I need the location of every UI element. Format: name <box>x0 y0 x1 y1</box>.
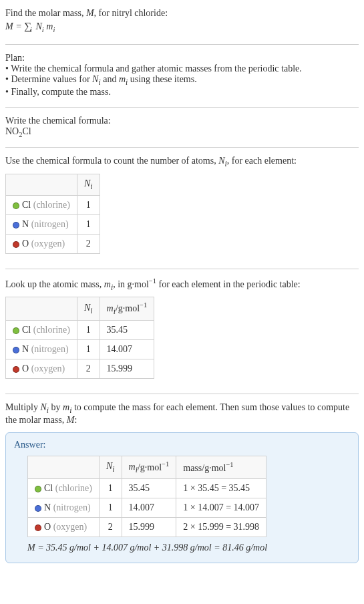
intro-text-pre: Find the molar mass, <box>5 8 86 18</box>
table-header-row: Ni <box>6 174 100 196</box>
name-n: (nitrogen) <box>31 344 69 354</box>
swatch-o <box>13 241 19 248</box>
col-element-blank <box>28 456 100 478</box>
mult-pre: Multiply <box>5 402 41 412</box>
cell-Ni-n: 1 <box>99 498 122 518</box>
cell-Ni-o: 2 <box>77 359 100 378</box>
cell-mi-n: 14.007 <box>100 339 154 359</box>
table-header-row: Ni mi/g·mol−1 <box>6 297 154 320</box>
lookup-pre: Look up the atomic mass, <box>5 279 104 289</box>
cell-element-o: O (oxygen) <box>6 359 77 378</box>
name-cl: (chlorine) <box>55 483 92 493</box>
plan-b2-post: using these items. <box>128 74 196 84</box>
lookup-mass-section: Look up the atomic mass, mi, in g·mol−1 … <box>5 275 359 391</box>
count-post: , for each element: <box>227 156 297 166</box>
table-row: O (oxygen) 2 <box>6 234 100 253</box>
sym-o: O <box>22 363 29 373</box>
plan-section: Plan: • Write the chemical formula and g… <box>5 50 359 104</box>
swatch-o <box>35 524 41 531</box>
sym-cl: Cl <box>44 483 53 493</box>
cell-element-o: O (oxygen) <box>6 234 77 253</box>
cell-mass-cl: 1 × 35.45 = 35.45 <box>176 479 266 498</box>
table-row: O (oxygen) 2 15.999 <box>6 359 154 378</box>
plan-b2-pre: • Determine values for <box>5 74 92 84</box>
col-Ni: Ni <box>77 297 100 320</box>
plan-b2-mid: and <box>101 74 119 84</box>
swatch-cl <box>35 486 41 492</box>
count-table: Ni Cl (chlorine) 1 N (nitrogen) 1 O (oxy… <box>5 174 100 254</box>
table-row: Cl (chlorine) 1 35.45 <box>6 320 154 339</box>
cell-Ni-cl: 1 <box>77 320 100 339</box>
cell-Ni-cl: 1 <box>77 195 100 214</box>
plan-bullet-3: • Finally, compute the mass. <box>5 87 359 98</box>
final-M: M <box>27 543 35 553</box>
cell-Ni-cl: 1 <box>99 479 122 498</box>
cell-mi-cl: 35.45 <box>100 320 154 339</box>
chemical-formula: NO2Cl <box>5 126 359 138</box>
name-cl: (chlorine) <box>33 325 70 335</box>
col-mass: mass/g·mol−1 <box>176 456 266 478</box>
name-o: (oxygen) <box>31 239 65 249</box>
table-row: Cl (chlorine) 1 <box>6 195 100 214</box>
lookup-text: Look up the atomic mass, mi, in g·mol−1 … <box>5 277 359 291</box>
molar-mass-formula: M = ∑i Ni mi <box>5 19 359 35</box>
swatch-n <box>13 347 19 353</box>
cell-mi-cl: 35.45 <box>122 479 176 498</box>
divider <box>5 147 359 148</box>
answer-table: Ni mi/g·mol−1 mass/g·mol−1 Cl (chlorine)… <box>27 456 266 537</box>
final-result: M = 35.45 g/mol + 14.007 g/mol + 31.998 … <box>27 543 350 553</box>
col-mi: mi/g·mol−1 <box>122 456 176 478</box>
lookup-mid: , in g·mol <box>113 279 149 289</box>
cell-mi-o: 15.999 <box>100 359 154 378</box>
table-header-row: Ni mi/g·mol−1 mass/g·mol−1 <box>28 456 266 478</box>
Ni-sym: N <box>84 178 90 188</box>
cell-element-o: O (oxygen) <box>28 518 100 537</box>
cell-element-n: N (nitrogen) <box>6 339 77 359</box>
name-n: (nitrogen) <box>31 219 69 229</box>
plan-bullet-2: • Determine values for Ni and mi using t… <box>5 74 359 87</box>
mass-table: Ni mi/g·mol−1 Cl (chlorine) 1 35.45 N (n… <box>5 297 154 378</box>
mult-mid: by <box>49 402 63 412</box>
cell-element-cl: Cl (chlorine) <box>6 195 77 214</box>
sym-cl: Cl <box>22 325 31 335</box>
col-element-blank <box>6 297 77 320</box>
cell-mass-n: 1 × 14.007 = 14.007 <box>176 498 266 518</box>
swatch-n <box>35 505 41 512</box>
cell-element-cl: Cl (chlorine) <box>28 479 100 498</box>
plan-bullet-1: • Write the chemical formula and gather … <box>5 63 359 74</box>
cell-Ni-o: 2 <box>99 518 122 537</box>
swatch-o <box>13 366 19 373</box>
divider <box>5 269 359 269</box>
final-eq: = 35.45 g/mol + 14.007 g/mol + 31.998 g/… <box>35 543 267 553</box>
count-atoms-section: Use the chemical formula to count the nu… <box>5 153 359 266</box>
Ni-sub: i <box>90 182 92 191</box>
multiply-section: Multiply Ni by mi to compute the mass fo… <box>5 400 359 570</box>
plan-heading: Plan: <box>5 53 359 63</box>
cell-element-n: N (nitrogen) <box>28 498 100 518</box>
intro-var-M: M <box>86 8 94 18</box>
col-Ni: Ni <box>77 174 100 196</box>
table-row: O (oxygen) 2 15.999 2 × 15.999 = 31.998 <box>28 518 266 537</box>
col-element-blank <box>6 174 77 196</box>
intro-section: Find the molar mass, M, for nitryl chlor… <box>5 5 359 41</box>
cell-Ni-o: 2 <box>77 234 100 253</box>
sym-n: N <box>44 502 51 512</box>
sym-cl: Cl <box>22 200 31 210</box>
divider <box>5 394 359 394</box>
cell-element-n: N (nitrogen) <box>6 214 77 234</box>
write-formula-heading: Write the chemical formula: <box>5 116 359 126</box>
count-atoms-text: Use the chemical formula to count the nu… <box>5 156 359 168</box>
answer-box: Answer: Ni mi/g·mol−1 mass/g·mol−1 Cl (c… <box>5 432 359 563</box>
cell-Ni-n: 1 <box>77 339 100 359</box>
sym-o: O <box>22 239 29 249</box>
lookup-post: for each element in the periodic table: <box>156 279 301 289</box>
mass-label: mass/g·mol <box>183 463 226 473</box>
sym-n: N <box>22 219 29 229</box>
cell-element-cl: Cl (chlorine) <box>6 320 77 339</box>
cell-mi-n: 14.007 <box>122 498 176 518</box>
mult-end: : <box>74 415 77 425</box>
cell-mass-o: 2 × 15.999 = 31.998 <box>176 518 266 537</box>
swatch-n <box>13 222 19 229</box>
divider <box>5 44 359 45</box>
cell-mi-o: 15.999 <box>122 518 176 537</box>
